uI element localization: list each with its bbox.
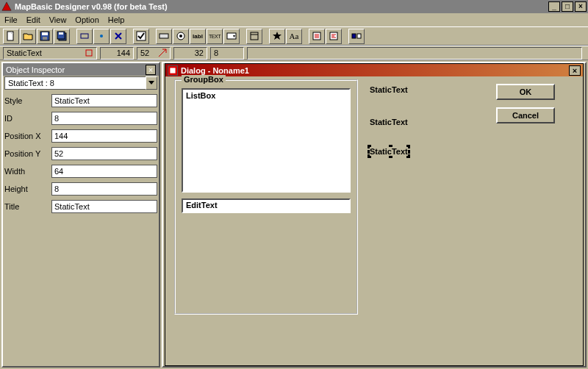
svg-point-14 — [179, 35, 182, 37]
pos-marker-icon — [85, 49, 93, 57]
dialog-close-button[interactable]: × — [569, 65, 581, 76]
svg-rect-8 — [59, 32, 63, 35]
new-icon[interactable] — [3, 29, 19, 44]
chevron-down-icon[interactable] — [146, 76, 157, 90]
statictext-selected[interactable]: StaticText — [370, 147, 408, 156]
rect-icon[interactable] — [76, 29, 93, 44]
title-bar: MapBasic Designer v0.98 (for beta Test) … — [0, 0, 588, 13]
inspector-row: Position X144 — [4, 129, 157, 143]
inspector-label: ID — [4, 114, 51, 123]
svg-rect-9 — [81, 34, 88, 38]
app-icon — [1, 1, 12, 12]
app-title: MapBasic Designer v0.98 (for beta Test) — [15, 2, 168, 11]
inspector-label: Width — [4, 167, 51, 176]
maximize-button[interactable]: □ — [562, 1, 573, 12]
inspector-label: Position X — [4, 132, 51, 140]
inspector-row: Height8 — [4, 182, 157, 196]
check-icon[interactable] — [133, 29, 149, 44]
menu-bar: File Edit View Option Help — [0, 13, 588, 26]
inspector-value[interactable]: StaticText — [51, 94, 157, 107]
svg-rect-4 — [42, 32, 48, 35]
listbox-control[interactable]: ListBox — [182, 88, 351, 193]
star-icon[interactable] — [269, 29, 285, 44]
dialog-titlebar[interactable]: Dialog - Noname1 × — [165, 64, 583, 76]
inspector-row: Position Y52 — [4, 147, 157, 160]
inspector-row: Width64 — [4, 165, 157, 178]
save-all-icon[interactable] — [54, 29, 70, 44]
svg-rect-22 — [357, 34, 361, 38]
svg-marker-24 — [148, 81, 154, 85]
panel-icon[interactable] — [348, 29, 365, 44]
open-icon[interactable] — [20, 29, 36, 44]
list-icon[interactable] — [309, 29, 325, 44]
menu-file[interactable]: File — [4, 15, 18, 24]
menu-edit[interactable]: Edit — [26, 15, 40, 24]
statictext-2[interactable]: StaticText — [370, 118, 408, 126]
pos-w: 32 — [173, 47, 207, 60]
cancel-button[interactable]: Cancel — [496, 107, 555, 123]
inspector-close-icon[interactable]: × — [146, 65, 156, 75]
inspector-selector[interactable]: StaticText : 8 — [4, 76, 157, 90]
inspector-label: Height — [4, 184, 51, 193]
toolbar: labl TEXT Aa — [0, 26, 588, 46]
statictext-1[interactable]: StaticText — [370, 85, 408, 94]
svg-rect-21 — [352, 34, 356, 38]
inspector-title: Object Inspector × — [3, 63, 159, 76]
design-canvas[interactable]: Dialog - Noname1 × GroupBox ListBox Edit… — [162, 62, 587, 368]
circle-icon[interactable] — [93, 29, 110, 44]
button-icon[interactable] — [156, 29, 172, 44]
inspector-label: Position Y — [4, 149, 51, 158]
menu-option[interactable]: Option — [75, 15, 98, 24]
svg-marker-0 — [2, 2, 11, 10]
selected-type: StaticText — [3, 47, 97, 60]
font-icon[interactable]: Aa — [286, 29, 302, 44]
pos-x: 144 — [100, 47, 134, 60]
edittext-control[interactable]: EditText — [182, 198, 351, 213]
svg-rect-17 — [251, 32, 258, 40]
inspector-value[interactable]: 8 — [51, 182, 157, 196]
inspector-row: TitleStaticText — [4, 200, 157, 213]
radio-icon[interactable] — [173, 29, 189, 44]
svg-marker-18 — [273, 32, 282, 40]
size-marker-icon — [158, 49, 167, 57]
frame-icon[interactable] — [246, 29, 262, 44]
inspector-row: StyleStaticText — [4, 94, 157, 107]
posbar-empty — [247, 47, 582, 60]
cross-icon[interactable] — [110, 29, 126, 44]
groupbox-control[interactable]: GroupBox ListBox EditText — [174, 79, 358, 315]
inspector-value[interactable]: 64 — [51, 165, 157, 178]
dialog-window[interactable]: Dialog - Noname1 × GroupBox ListBox Edit… — [165, 63, 584, 366]
ok-button[interactable]: OK — [496, 84, 555, 100]
inspector-value[interactable]: 8 — [51, 112, 157, 125]
inspector-row: ID8 — [4, 112, 157, 125]
align-icon[interactable] — [326, 29, 342, 44]
menu-help[interactable]: Help — [108, 15, 125, 24]
svg-point-10 — [100, 35, 103, 37]
inspector-value[interactable]: 144 — [51, 129, 157, 143]
svg-rect-12 — [159, 34, 168, 38]
inspector-label: Style — [4, 96, 51, 105]
save-icon[interactable] — [37, 29, 53, 44]
text-icon[interactable]: TEXT — [207, 29, 223, 44]
inspector-value[interactable]: 52 — [51, 147, 157, 160]
inspector-value[interactable]: StaticText — [51, 200, 157, 213]
label-icon[interactable]: labl — [190, 29, 206, 44]
dropdown-icon[interactable] — [223, 29, 240, 44]
position-bar: StaticText 144 52 32 8 — [0, 46, 588, 60]
minimize-button[interactable]: _ — [548, 1, 560, 12]
pos-h: 8 — [210, 47, 244, 60]
inspector-label: Title — [4, 202, 51, 211]
groupbox-label: GroupBox — [182, 75, 226, 84]
svg-rect-26 — [170, 68, 175, 73]
object-inspector: Object Inspector × StaticText : 8 StyleS… — [1, 62, 160, 368]
svg-rect-5 — [43, 37, 47, 40]
svg-rect-23 — [86, 50, 92, 56]
pos-y: 52 — [137, 47, 171, 60]
menu-view[interactable]: View — [49, 15, 67, 24]
close-button[interactable]: × — [575, 1, 587, 12]
dialog-icon — [168, 65, 178, 76]
